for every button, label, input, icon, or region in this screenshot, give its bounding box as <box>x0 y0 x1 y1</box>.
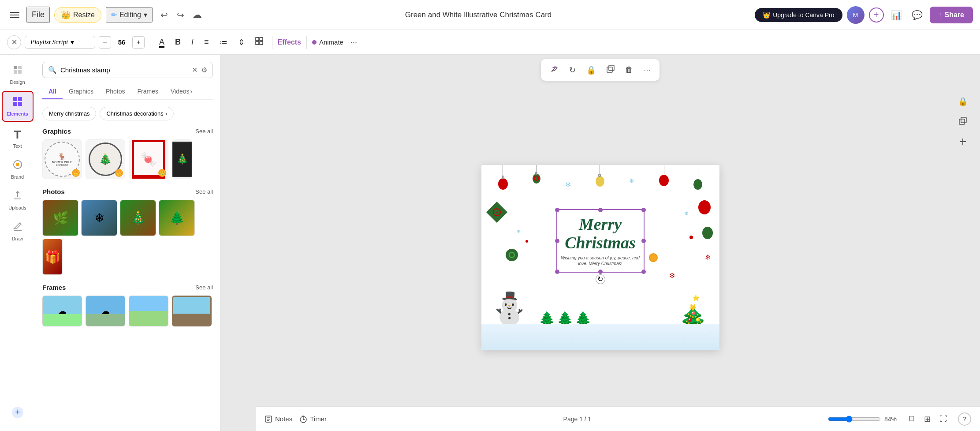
duplicate-button[interactable] <box>602 62 619 78</box>
grid-view-button[interactable]: ⊞ <box>920 412 934 426</box>
category-tabs: All Graphics Photos Frames Videos › <box>42 84 213 100</box>
graphic-north-pole[interactable]: 🦌 NORTH POLE EXPRESS 👑 <box>42 139 82 179</box>
tab-frames[interactable]: Frames <box>131 84 164 99</box>
canvas-lock-button[interactable]: 🔒 <box>954 93 971 110</box>
bullet-list-button[interactable]: ≔ <box>216 35 231 50</box>
frame-wood[interactable] <box>172 296 212 326</box>
tab-photos[interactable]: Photos <box>100 84 131 99</box>
graphic-red-stamp[interactable]: 🍬 👑 <box>129 139 168 179</box>
undo-button[interactable]: ↩ <box>157 7 171 23</box>
snowflake-1: ❄ <box>565 165 571 189</box>
file-button[interactable]: File <box>26 7 50 23</box>
left-green-ball <box>506 249 518 261</box>
effects-button[interactable]: Effects <box>278 38 301 46</box>
bold-button[interactable]: B <box>171 35 184 49</box>
photo-partial[interactable]: 🎁 <box>42 239 63 275</box>
frame-sky-2[interactable]: ☁ <box>86 296 125 326</box>
canvas-side-buttons: 🔒 <box>954 93 971 151</box>
font-name-display: Playlist Script <box>30 38 68 46</box>
share-button[interactable]: ↑ Share <box>930 7 973 23</box>
suggestion-chips: Merry christmas Christmas decorations › <box>42 107 213 120</box>
filter-icon[interactable]: ⚙ <box>201 66 207 74</box>
more-options-button[interactable]: ··· <box>347 35 361 49</box>
tab-videos[interactable]: Videos › <box>164 84 198 99</box>
photo-holly[interactable]: 🌿 <box>42 200 78 236</box>
chip-christmas-decorations[interactable]: Christmas decorations › <box>100 107 174 120</box>
analytics-icon[interactable]: 📊 <box>888 7 905 23</box>
resize-button[interactable]: 👑 Resize <box>54 7 101 23</box>
align-left-button[interactable]: ≡ <box>201 35 212 49</box>
dot-1 <box>525 240 528 243</box>
sidebar-item-draw[interactable]: Draw <box>2 217 34 246</box>
tab-all[interactable]: All <box>42 84 63 99</box>
chip-merry-christmas[interactable]: Merry christmas <box>42 107 96 120</box>
sidebar-item-magic[interactable] <box>2 402 34 426</box>
crown-resize-icon: 👑 <box>61 10 71 20</box>
cloud-save-icon[interactable]: ☁ <box>192 9 202 21</box>
italic-button[interactable]: I <box>188 35 197 49</box>
sidebar-item-elements[interactable]: Elements <box>2 91 34 122</box>
tab-graphics[interactable]: Graphics <box>63 84 100 99</box>
ornament-2 <box>533 165 540 184</box>
notes-button[interactable]: Notes <box>265 415 292 423</box>
sidebar-item-brand[interactable]: Brand <box>2 155 34 184</box>
help-button[interactable]: ? <box>958 412 971 426</box>
sidebar-item-design[interactable]: Design <box>2 60 34 89</box>
comment-icon[interactable]: 💬 <box>909 7 925 23</box>
svg-rect-9 <box>18 97 22 101</box>
design-card[interactable]: ❄ ❄ <box>481 165 719 350</box>
text-color-button[interactable]: A <box>156 35 168 49</box>
photo-tree[interactable]: 🌲 <box>159 200 195 236</box>
lock-button[interactable]: 🔒 <box>582 63 600 78</box>
text-grid-button[interactable] <box>252 34 267 50</box>
svg-rect-3 <box>260 41 263 45</box>
fullscreen-button[interactable]: ⛶ <box>936 412 951 426</box>
undo-redo-group: ↩ ↪ <box>157 7 188 23</box>
canvas-copy-button[interactable] <box>954 113 971 131</box>
more-canvas-options[interactable]: ··· <box>639 63 655 77</box>
search-clear-icon[interactable]: ✕ <box>192 66 197 74</box>
search-input[interactable] <box>60 66 188 74</box>
zoom-slider-input[interactable] <box>828 416 881 423</box>
photo-winter[interactable]: ❄ <box>81 200 117 236</box>
upgrade-button[interactable]: 👑 Upgrade to Canva Pro <box>755 8 842 22</box>
divider-2 <box>272 36 272 49</box>
hamburger-menu[interactable] <box>7 9 22 21</box>
font-size-increase[interactable]: + <box>132 36 145 49</box>
editing-button[interactable]: ✏ Editing ▾ <box>106 7 153 22</box>
timer-button[interactable]: Timer <box>299 415 327 423</box>
svg-rect-2 <box>256 41 259 45</box>
graphic-round-stamp[interactable]: 🎄 👑 <box>86 139 125 179</box>
desktop-view-button[interactable]: 🖥 <box>904 412 919 426</box>
view-buttons: 🖥 ⊞ ⛶ <box>904 412 951 426</box>
canvas-add-button[interactable] <box>954 134 971 151</box>
graphics-see-all[interactable]: See all <box>195 128 213 135</box>
line-spacing-button[interactable]: ⇕ <box>235 35 248 50</box>
font-size-decrease[interactable]: − <box>99 36 111 49</box>
magic-edit-button[interactable] <box>545 62 563 78</box>
animate-button[interactable]: Animate <box>312 38 343 46</box>
frame-sky-1[interactable]: ☁ <box>42 296 82 326</box>
frames-grid: ☁ ☁ <box>42 296 213 326</box>
sidebar-item-uploads[interactable]: Uploads <box>2 186 34 215</box>
canvas-container: 🔒 <box>220 84 980 431</box>
chevron-down-icon: ▾ <box>144 11 147 19</box>
frames-see-all[interactable]: See all <box>195 284 213 291</box>
rotate-handle[interactable]: ↻ <box>596 274 605 284</box>
chip-arrow-icon: › <box>165 110 167 117</box>
frame-sky-3[interactable] <box>129 296 168 326</box>
photo-wreath[interactable]: 🎄 <box>120 200 156 236</box>
graphic-partial-stamp[interactable]: 🎄 <box>172 139 192 179</box>
redo-button[interactable]: ↪ <box>173 7 188 23</box>
font-selector[interactable]: Playlist Script ▾ <box>25 36 95 49</box>
text-selection-box[interactable]: MerryChristmas Wishing you a season of j… <box>556 209 645 273</box>
refresh-button[interactable]: ↻ <box>565 63 580 78</box>
photos-see-all[interactable]: See all <box>195 188 213 195</box>
add-collaborator-button[interactable]: + <box>869 7 884 22</box>
delete-button[interactable]: 🗑 <box>621 63 637 77</box>
yellow-ball <box>649 253 658 262</box>
sidebar-item-text[interactable]: T Text <box>2 124 34 153</box>
close-text-toolbar-button[interactable]: ✕ <box>7 35 21 49</box>
avatar[interactable]: M <box>847 6 864 24</box>
sidebar-item-elements-label: Elements <box>7 111 28 116</box>
